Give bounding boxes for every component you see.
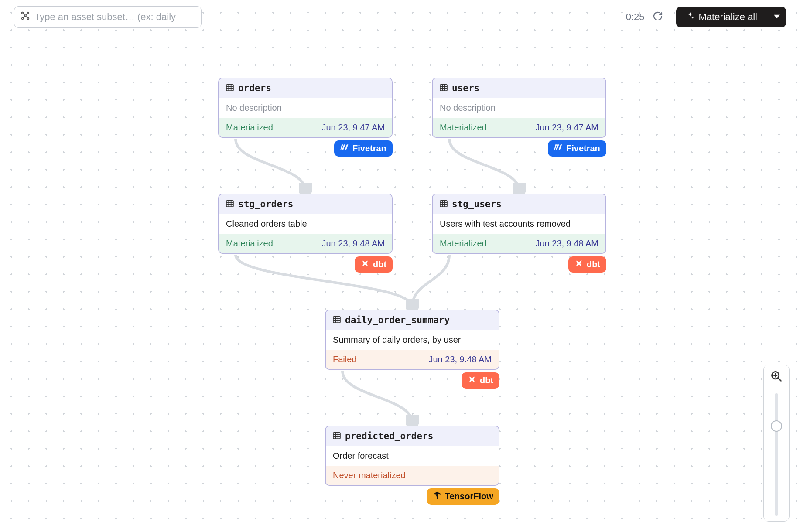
materialize-group: Materialize all xyxy=(676,7,786,27)
asset-name: predicted_orders xyxy=(345,431,433,441)
asset-status-time: Jun 23, 9:48 AM xyxy=(321,239,385,249)
fivetran-badge[interactable]: Fivetran xyxy=(334,140,393,157)
sparkle-icon xyxy=(686,11,694,23)
asset-description: Summary of daily orders, by user xyxy=(326,330,499,350)
badge-label: dbt xyxy=(587,259,600,269)
dbt-badge[interactable]: dbt xyxy=(462,372,499,389)
table-icon xyxy=(440,199,448,209)
fivetran-icon xyxy=(340,143,349,154)
badge-label: Fivetran xyxy=(566,143,600,153)
refresh-timer: 0:25 xyxy=(626,11,645,23)
asset-name: stg_users xyxy=(452,199,502,209)
asset-status-time: Jun 23, 9:47 AM xyxy=(321,123,385,133)
asset-description: Users with test accounts removed xyxy=(433,214,605,234)
asset-node-header: daily_order_summary xyxy=(326,310,499,330)
badge-label: dbt xyxy=(373,259,386,269)
asset-node-stg_users[interactable]: stg_usersUsers with test accounts remove… xyxy=(432,194,606,254)
svg-point-6 xyxy=(22,12,24,14)
dbt-icon xyxy=(574,259,583,270)
materialize-all-button[interactable]: Materialize all xyxy=(676,7,767,27)
svg-point-8 xyxy=(22,18,24,20)
asset-status-label: Failed xyxy=(333,355,356,365)
asset-node-orders[interactable]: ordersNo descriptionMaterializedJun 23, … xyxy=(218,78,393,138)
dbt-badge[interactable]: dbt xyxy=(568,256,606,273)
asset-status-row: MaterializedJun 23, 9:47 AM xyxy=(433,118,605,137)
asset-node-users[interactable]: usersNo descriptionMaterializedJun 23, 9… xyxy=(432,78,606,138)
asset-description: No description xyxy=(219,98,392,118)
zoom-in-icon[interactable] xyxy=(770,370,783,384)
materialize-all-label: Materialize all xyxy=(699,11,758,23)
asset-node-daily_order_summary[interactable]: daily_order_summarySummary of daily orde… xyxy=(325,310,499,370)
asset-status-row: MaterializedJun 23, 9:48 AM xyxy=(433,234,605,253)
graph-canvas[interactable]: ordersNo descriptionMaterializedJun 23, … xyxy=(0,0,800,532)
asset-status-label: Never materialized xyxy=(333,471,406,481)
asset-search-input[interactable] xyxy=(34,11,195,23)
asset-status-row: MaterializedJun 23, 9:47 AM xyxy=(219,118,392,137)
asset-node-predicted_orders[interactable]: predicted_ordersOrder forecastNever mate… xyxy=(325,426,499,486)
svg-rect-3 xyxy=(440,201,447,207)
dbt-icon xyxy=(361,259,369,270)
table-icon xyxy=(226,83,234,93)
asset-status-label: Materialized xyxy=(226,239,273,249)
asset-status-time: Jun 23, 9:48 AM xyxy=(535,239,598,249)
dbt-icon xyxy=(468,375,476,386)
asset-status-row: FailedJun 23, 9:48 AM xyxy=(326,350,499,369)
svg-rect-2 xyxy=(226,201,233,207)
tensorflow-icon xyxy=(433,491,441,502)
tensorflow-badge[interactable]: TensorFlow xyxy=(427,488,499,505)
asset-node-header: orders xyxy=(219,78,392,98)
svg-rect-5 xyxy=(333,433,340,439)
refresh-icon[interactable] xyxy=(653,11,663,23)
materialize-dropdown-button[interactable] xyxy=(767,7,786,27)
dbt-badge[interactable]: dbt xyxy=(355,256,393,273)
asset-status-label: Materialized xyxy=(440,239,487,249)
asset-search[interactable] xyxy=(14,6,202,28)
asset-node-stg_orders[interactable]: stg_ordersCleaned orders tableMaterializ… xyxy=(218,194,393,254)
zoom-slider[interactable] xyxy=(775,393,778,516)
svg-point-10 xyxy=(24,15,26,17)
svg-rect-0 xyxy=(226,85,233,91)
asset-name: stg_orders xyxy=(238,199,293,209)
svg-rect-1 xyxy=(440,85,447,91)
svg-point-9 xyxy=(27,18,29,20)
asset-status-label: Materialized xyxy=(226,123,273,133)
asset-node-header: stg_users xyxy=(433,194,605,214)
table-icon xyxy=(226,199,234,209)
asset-status-label: Materialized xyxy=(440,123,487,133)
badge-label: dbt xyxy=(480,375,493,385)
table-icon xyxy=(440,83,448,93)
asset-description: Cleaned orders table xyxy=(219,214,392,234)
graph-icon xyxy=(21,11,30,23)
asset-description: No description xyxy=(433,98,605,118)
badge-label: Fivetran xyxy=(352,143,386,153)
asset-status-row: Never materialized xyxy=(326,466,499,485)
caret-down-icon xyxy=(774,14,780,21)
fivetran-icon xyxy=(554,143,563,154)
svg-rect-4 xyxy=(333,317,340,323)
table-icon xyxy=(333,315,341,325)
asset-description: Order forecast xyxy=(326,446,499,466)
asset-name: orders xyxy=(238,83,271,93)
asset-name: users xyxy=(452,83,479,93)
badge-label: TensorFlow xyxy=(445,491,493,501)
asset-status-time: Jun 23, 9:47 AM xyxy=(535,123,598,133)
fivetran-badge[interactable]: Fivetran xyxy=(548,140,606,157)
toolbar: 0:25 Materialize all xyxy=(0,6,800,28)
asset-node-header: users xyxy=(433,78,605,98)
asset-status-time: Jun 23, 9:48 AM xyxy=(428,355,492,365)
asset-node-header: predicted_orders xyxy=(326,426,499,446)
zoom-slider-thumb[interactable] xyxy=(771,420,782,432)
asset-name: daily_order_summary xyxy=(345,315,450,325)
table-icon xyxy=(333,431,341,441)
asset-node-header: stg_orders xyxy=(219,194,392,214)
zoom-control xyxy=(763,365,790,522)
asset-status-row: MaterializedJun 23, 9:48 AM xyxy=(219,234,392,253)
svg-point-7 xyxy=(27,12,29,14)
